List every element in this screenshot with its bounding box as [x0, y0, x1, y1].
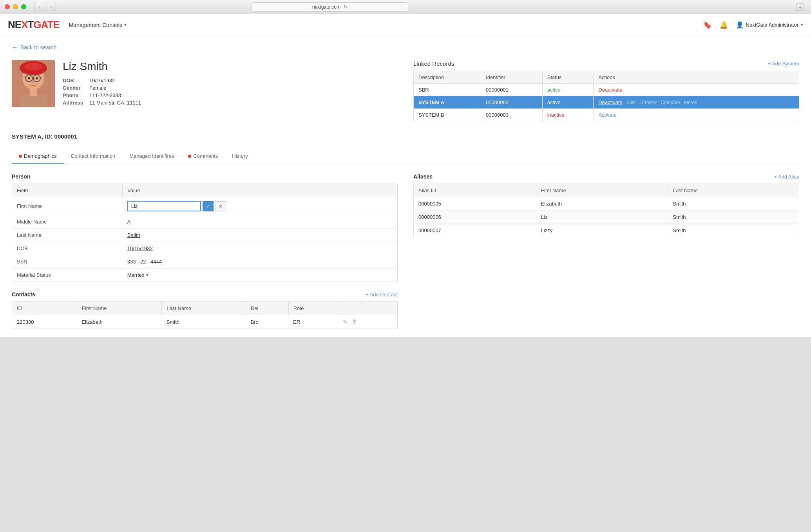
svg-point-3	[25, 63, 42, 70]
lr-status: inactive	[542, 109, 594, 121]
transfer-systema-link[interactable]: Transfer	[639, 100, 657, 105]
contacts-title: Contacts	[12, 291, 35, 298]
contacts-col-role: Role	[288, 302, 338, 315]
contact-rel: Bro	[246, 315, 288, 329]
table-row: SYSTEM B 00000003 inactive Activate	[414, 109, 799, 121]
top-nav: NEXTGATE Management Console ▾ 🔖 🔔 👤 Next…	[0, 14, 811, 36]
person-col-field: Field	[12, 184, 123, 197]
profile-info: Liz Smith DOB 10/16/1932 Gender Female P…	[63, 60, 141, 121]
split-systema-link[interactable]: Split	[626, 100, 635, 105]
contacts-col-id: ID	[12, 302, 77, 315]
alias-firstname: Elizabeth	[536, 197, 668, 211]
profile-name: Liz Smith	[63, 60, 141, 73]
ssn-value[interactable]: 333 - 22 - 4444	[127, 259, 162, 265]
new-tab-button[interactable]: +	[796, 3, 804, 11]
field-label-firstname: First Name	[12, 197, 123, 215]
tab-contact-information-label: Contact Information	[71, 153, 115, 159]
user-avatar-icon: 👤	[736, 21, 744, 29]
lr-col-status: Status	[542, 71, 594, 84]
contact-firstname: Elizabeth	[77, 315, 161, 329]
alias-firstname: Liz	[536, 211, 668, 224]
add-system-link[interactable]: + Add System	[768, 61, 799, 67]
alias-col-firstname: First Name	[536, 184, 668, 197]
alias-col-id: Alias ID	[414, 184, 536, 197]
person-table: Field Value First Name	[12, 184, 398, 282]
dob-field-value[interactable]: 10/16/1932	[127, 245, 153, 251]
alias-firstname: Lizzy	[536, 224, 668, 237]
contact-id: 220380	[12, 315, 77, 329]
cancel-firstname-button[interactable]: ✕	[215, 201, 226, 211]
contact-row-actions: ✎ 🗑	[338, 315, 398, 329]
tab-contact-information[interactable]: Contact Information	[64, 149, 122, 164]
middle-name-value[interactable]: A	[127, 219, 131, 225]
material-status-value: Married	[127, 272, 145, 278]
phone-label: Phone	[63, 92, 83, 98]
dob-value: 10/16/1932	[89, 78, 141, 83]
table-row: Material Status Married ▾	[12, 269, 398, 282]
bookmark-icon[interactable]: 🔖	[703, 21, 711, 29]
close-button[interactable]	[5, 4, 10, 9]
tab-managed-identifires[interactable]: Managed Identifires	[122, 149, 181, 164]
user-menu[interactable]: 👤 NextGate Administrator ▾	[736, 21, 803, 29]
address-value: 11 Main str, CA, 11111	[89, 100, 141, 106]
linked-records-title: Linked Records	[413, 60, 454, 67]
table-row: SYSTEM A 00000002 active Deactivate Spli…	[414, 96, 799, 109]
lr-col-identifier: Identifier	[481, 71, 543, 84]
tab-managed-identifires-label: Managed Identifires	[129, 153, 174, 159]
list-item: 00000005 Elizabeth Smith	[414, 197, 799, 211]
field-label-middlename: Middle Name	[12, 215, 123, 229]
lr-description: SYSTEM A	[414, 96, 481, 109]
field-label-dob: DOB	[12, 242, 123, 255]
back-to-search-link[interactable]: ← Back to search	[12, 44, 799, 51]
delete-contact-icon[interactable]: 🗑	[352, 319, 357, 325]
list-item: 00000007 Lizzy Smith	[414, 224, 799, 237]
aliases-section-title: Aliases	[413, 173, 433, 180]
deactivate-sbr-button[interactable]: Deactivate	[598, 87, 622, 93]
nav-menu-arrow-icon: ▾	[124, 22, 127, 27]
gender-label: Gender	[63, 85, 83, 91]
material-status-dropdown-icon[interactable]: ▾	[146, 272, 148, 278]
lr-actions: Deactivate Split Transfer Compare Merge	[594, 96, 799, 109]
minimize-button[interactable]	[13, 4, 18, 9]
add-alias-link[interactable]: + Add Alias	[774, 174, 799, 180]
table-row: DOB 10/16/1932	[12, 242, 398, 255]
first-name-input[interactable]	[127, 201, 201, 211]
tab-demographics[interactable]: Demographics	[12, 149, 64, 164]
activate-systemb-button[interactable]: Activate	[598, 112, 616, 118]
address-label: Address	[63, 100, 83, 106]
svg-point-9	[28, 77, 30, 79]
title-bar: ‹ › nextgate.com ↻ +	[0, 0, 811, 14]
contacts-col-actions	[338, 302, 398, 315]
tab-comments[interactable]: Comments	[181, 149, 225, 164]
lr-status: active	[542, 84, 594, 96]
lr-status: active	[542, 96, 594, 109]
compare-systema-link[interactable]: Compare	[661, 100, 680, 105]
aliases-table: Alias ID First Name Last Name 00000005 E…	[413, 184, 799, 237]
last-name-value[interactable]: Smith	[127, 232, 140, 238]
contacts-section: Contacts + Add Contact ID First Name Las…	[12, 291, 398, 329]
lr-description: SYSTEM B	[414, 109, 481, 121]
merge-systema-link[interactable]: Merge	[684, 100, 697, 105]
logo-gate: GATE	[33, 19, 59, 31]
forward-nav-button[interactable]: ›	[46, 3, 56, 11]
nav-menu[interactable]: Management Console ▾	[69, 22, 127, 28]
lr-col-description: Description	[414, 71, 481, 84]
tab-comments-label: Comments	[193, 153, 218, 159]
table-row: Last Name Smith	[12, 229, 398, 242]
alias-id: 00000005	[414, 197, 536, 211]
tabs-container: Demographics Contact Information Managed…	[12, 149, 799, 164]
linked-records-table: Description Identifier Status Actions SB…	[413, 71, 799, 121]
back-to-search-label: Back to search	[20, 44, 57, 50]
deactivate-systema-button[interactable]: Deactivate	[598, 99, 622, 105]
alias-id: 00000006	[414, 211, 536, 224]
confirm-firstname-button[interactable]: ✓	[203, 201, 214, 211]
bell-icon[interactable]: 🔔	[719, 21, 728, 29]
field-label-ssn: SSN	[12, 255, 123, 269]
tab-history[interactable]: History	[225, 149, 255, 164]
maximize-button[interactable]	[21, 4, 26, 9]
add-contact-link[interactable]: + Add Contact	[366, 292, 398, 298]
edit-contact-icon[interactable]: ✎	[343, 319, 348, 325]
svg-point-11	[32, 80, 35, 83]
reload-icon[interactable]: ↻	[344, 4, 348, 10]
back-nav-button[interactable]: ‹	[34, 3, 44, 11]
